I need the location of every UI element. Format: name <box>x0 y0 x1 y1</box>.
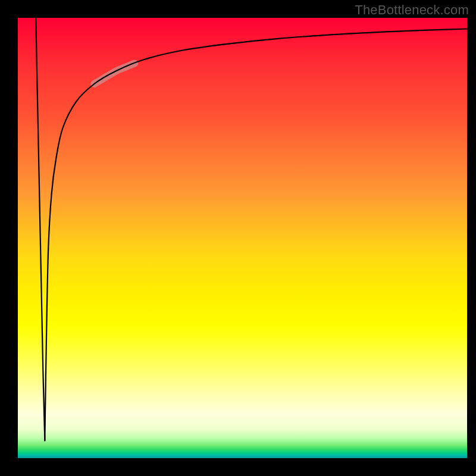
ascending-branch-curve <box>45 29 467 441</box>
curve-svg-layer <box>18 18 467 458</box>
highlight-segment <box>94 63 134 84</box>
descending-branch-curve <box>36 18 45 440</box>
chart-container: TheBottleneck.com <box>0 0 476 476</box>
watermark-text: TheBottleneck.com <box>355 2 469 18</box>
